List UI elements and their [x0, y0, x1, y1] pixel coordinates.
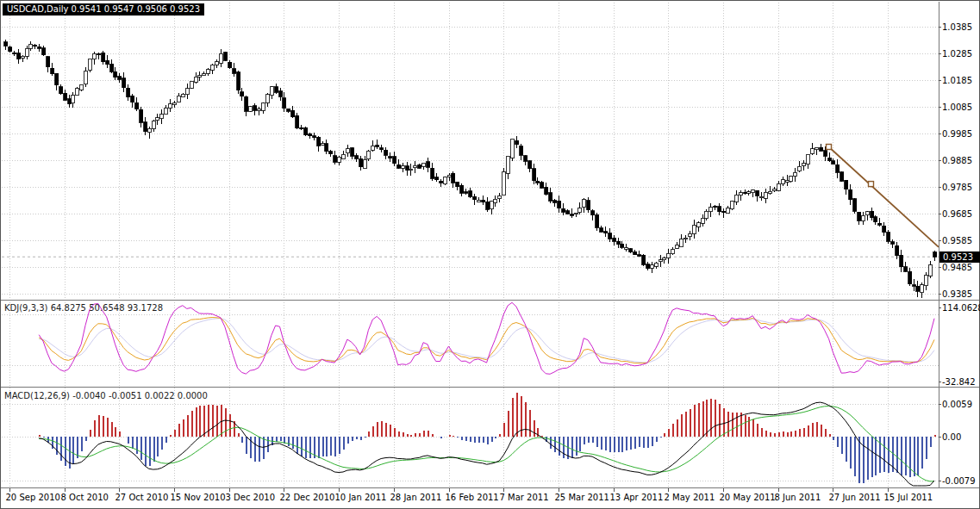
svg-text:8 Oct 2010: 8 Oct 2010 — [61, 493, 109, 502]
grid-layer — [2, 3, 939, 487]
current-price-tag: 0.9523 — [939, 251, 980, 263]
kdj-d-line — [39, 319, 934, 363]
macd-indicator-label: MACD(12,26,9) -0.0040 -0.0051 0.0022 0.0… — [4, 391, 208, 400]
svg-text:-32.842: -32.842 — [942, 377, 976, 387]
kdj-j-line — [39, 302, 934, 374]
svg-text:0.9485: 0.9485 — [942, 263, 972, 272]
svg-text:1.0285: 1.0285 — [942, 49, 972, 59]
chart-window: 1.03851.02851.01851.00850.99850.98850.97… — [0, 0, 980, 509]
svg-text:15 Nov 2010: 15 Nov 2010 — [171, 493, 226, 502]
svg-text:0.9985: 0.9985 — [942, 129, 972, 139]
svg-text:0.9385: 0.9385 — [942, 289, 972, 299]
svg-text:20 Sep 2010: 20 Sep 2010 — [6, 493, 60, 502]
svg-text:13 Apr 2011: 13 Apr 2011 — [610, 493, 664, 502]
svg-text:0.9785: 0.9785 — [942, 183, 972, 192]
macd-histogram — [40, 393, 935, 482]
svg-text:0.00: 0.00 — [942, 432, 961, 442]
svg-text:15 Jul 2011: 15 Jul 2011 — [884, 493, 933, 502]
svg-text:114.0628: 114.0628 — [942, 303, 980, 313]
svg-text:20 May 2011: 20 May 2011 — [720, 493, 776, 502]
trendline-anchor-handle — [869, 182, 874, 187]
chart-canvas[interactable]: 1.03851.02851.01851.00850.99850.98850.97… — [0, 0, 980, 509]
trendline-anchor-handle — [827, 145, 832, 150]
svg-text:2 May 2011: 2 May 2011 — [665, 493, 715, 502]
svg-text:27 Jun 2011: 27 Jun 2011 — [829, 493, 881, 502]
svg-text:10 Jan 2011: 10 Jan 2011 — [335, 493, 387, 502]
svg-text:1.0085: 1.0085 — [942, 102, 972, 112]
svg-text:0.9685: 0.9685 — [942, 209, 972, 219]
svg-text:-0.0079: -0.0079 — [942, 476, 976, 486]
svg-text:8 Jun 2011: 8 Jun 2011 — [775, 493, 821, 502]
kdj-layer — [39, 302, 934, 374]
svg-text:27 Oct 2010: 27 Oct 2010 — [115, 493, 169, 502]
svg-text:25 Mar 2011: 25 Mar 2011 — [555, 493, 609, 502]
svg-text:0.9585: 0.9585 — [942, 236, 972, 245]
svg-text:22 Dec 2010: 22 Dec 2010 — [280, 493, 335, 502]
svg-text:16 Feb 2011: 16 Feb 2011 — [446, 493, 499, 502]
chart-title: USDCAD,Daily 0.9541 0.9547 0.9506 0.9523 — [3, 3, 204, 16]
svg-text:0.9885: 0.9885 — [942, 156, 972, 165]
candles-layer — [4, 40, 937, 298]
kdj-indicator-label: KDJ(9,3,3) 64.8275 50.6548 93.1728 — [4, 303, 163, 313]
svg-text:28 Jan 2011: 28 Jan 2011 — [390, 493, 442, 502]
svg-text:1.0385: 1.0385 — [942, 22, 972, 32]
date-axis[interactable]: 20 Sep 20108 Oct 201027 Oct 201015 Nov 2… — [6, 488, 933, 502]
svg-text:7 Mar 2011: 7 Mar 2011 — [500, 493, 549, 502]
svg-text:1.0185: 1.0185 — [942, 76, 972, 85]
kdj-k-line — [39, 318, 934, 363]
svg-text:0.0059: 0.0059 — [942, 400, 972, 409]
svg-text:3 Dec 2010: 3 Dec 2010 — [226, 493, 276, 502]
